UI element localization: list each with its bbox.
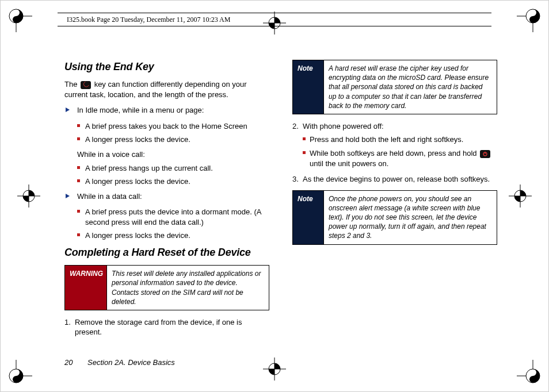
data-brief-press: A brief press puts the device into a dor… xyxy=(77,207,269,227)
document-page: I325.book Page 20 Tuesday, December 11, … xyxy=(0,0,549,392)
warning-callout: WARNING This reset will delete any insta… xyxy=(64,265,269,310)
svg-point-15 xyxy=(514,190,526,202)
book-header-bar: I325.book Page 20 Tuesday, December 11, … xyxy=(58,13,491,26)
end-key-intro-after: key can function differently depending o… xyxy=(64,80,247,99)
note-callout-2: Note Once the phone powers on, you shoul… xyxy=(292,190,497,245)
step-3: As the device begins to power on, releas… xyxy=(292,174,497,185)
step-2b-after: until the unit powers on. xyxy=(310,159,388,168)
svg-point-11 xyxy=(526,369,540,383)
registration-mark-left xyxy=(17,185,40,207)
svg-point-12 xyxy=(23,190,35,202)
idle-long-press: A longer press locks the device. xyxy=(77,134,269,145)
end-key-icon xyxy=(81,81,91,89)
registration-mark-right xyxy=(509,185,532,207)
note2-body: Once the phone powers on, you should see… xyxy=(329,195,486,240)
note-callout-1: Note A hard reset will erase the cipher … xyxy=(292,60,497,114)
page-number: 20 xyxy=(64,358,73,367)
page-footer: 20 Section 2A. Device Basics xyxy=(64,358,175,367)
warning-body: This reset will delete any installed app… xyxy=(112,270,261,306)
svg-point-5 xyxy=(526,9,540,23)
end-key-intro-before: The xyxy=(64,80,79,89)
crop-mark-top-left xyxy=(0,0,32,32)
step-2b-before: While both softkeys are held down, press… xyxy=(310,149,479,157)
data-call-heading: While in a data call: xyxy=(64,191,269,202)
step-2a: Press and hold both the left and right s… xyxy=(303,134,497,145)
registration-mark-bottom xyxy=(263,358,286,381)
heading-using-end-key: Using the End Key xyxy=(64,60,269,74)
section-name: Section 2A. Device Basics xyxy=(87,358,175,367)
heading-hard-reset: Completing a Hard Reset of the Device xyxy=(64,245,269,259)
end-key-intro: The key can function differently dependi… xyxy=(64,79,269,99)
power-key-icon xyxy=(480,150,490,158)
step-2b: While both softkeys are held down, press… xyxy=(303,148,497,168)
voice-long-press: A longer press locks the device. xyxy=(77,176,269,187)
crop-mark-bottom-right xyxy=(517,360,549,392)
note2-label: Note xyxy=(293,191,324,244)
step-1: Remove the storage card from the device,… xyxy=(64,317,269,337)
voice-call-heading: While in a voice call: xyxy=(77,149,269,160)
svg-point-2 xyxy=(9,9,23,23)
note1-body: A hard reset will erase the cipher key u… xyxy=(329,64,489,110)
book-header-text: I325.book Page 20 Tuesday, December 11, … xyxy=(67,14,230,25)
svg-point-21 xyxy=(269,363,280,375)
svg-point-8 xyxy=(9,369,23,383)
idle-mode-heading: In Idle mode, while in a menu or page: xyxy=(64,105,269,116)
warning-label: WARNING xyxy=(65,266,107,310)
crop-mark-bottom-left xyxy=(0,360,32,392)
note1-label: Note xyxy=(293,60,324,114)
crop-mark-top-right xyxy=(517,0,549,32)
idle-brief-press: A brief press takes you back to the Home… xyxy=(77,121,269,132)
step-2-text: With phone powered off: xyxy=(303,122,384,130)
voice-brief-press: A brief press hangs up the current call. xyxy=(77,163,269,174)
step-2: With phone powered off: Press and hold b… xyxy=(292,121,497,168)
data-long-press: A longer press locks the device. xyxy=(77,230,269,241)
page-content: Using the End Key The key can function d… xyxy=(64,60,497,351)
